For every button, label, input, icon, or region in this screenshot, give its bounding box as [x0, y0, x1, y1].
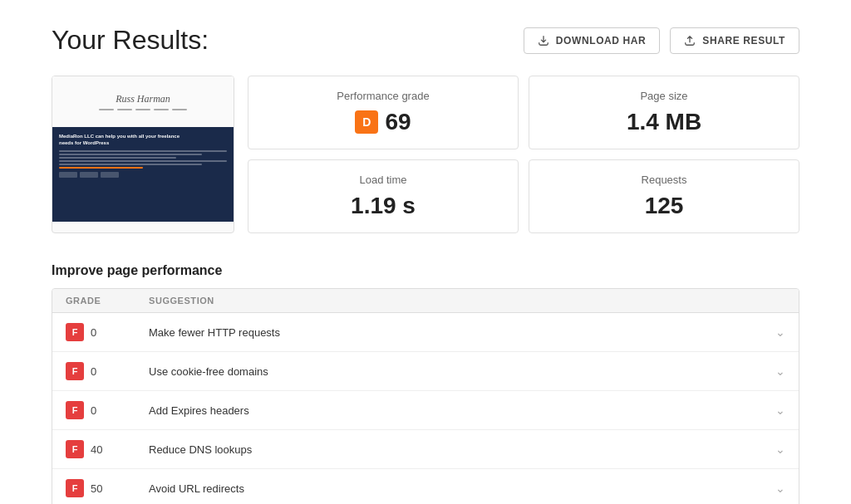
performance-grade-value: D 69 — [355, 109, 411, 135]
performance-grade-card: Performance grade D 69 — [248, 76, 519, 149]
col-expand-header — [752, 296, 785, 306]
grade-badge-d: D — [355, 110, 378, 134]
mock-nav-item — [154, 109, 169, 110]
row-suggestion: Use cookie-free domains — [149, 365, 752, 378]
mock-logo: Russ Harman — [116, 93, 170, 105]
results-grid: Russ Harman MediaRon LLC can help you wi… — [52, 76, 799, 233]
mock-btn — [101, 172, 119, 178]
row-suggestion: Make fewer HTTP requests — [149, 326, 752, 339]
row-grade-cell: F 50 — [66, 479, 149, 497]
mock-text-line — [59, 157, 176, 159]
table-row[interactable]: F 50 Avoid URL redirects ⌄ — [52, 469, 799, 504]
col-suggestion-header: SUGGESTION — [149, 296, 752, 306]
row-grade-badge: F — [66, 362, 84, 380]
row-suggestion: Reduce DNS lookups — [149, 443, 752, 456]
screenshot-preview: Russ Harman MediaRon LLC can help you wi… — [52, 76, 234, 222]
page-wrapper: Your Results: DOWNLOAD HAR SHARE RESULT — [18, 0, 833, 504]
page-size-label: Page size — [640, 90, 687, 102]
header-row: Your Results: DOWNLOAD HAR SHARE RESULT — [52, 25, 799, 56]
mock-text-line — [59, 160, 227, 162]
performance-grade-label: Performance grade — [337, 90, 429, 102]
mock-nav-item — [172, 109, 187, 110]
improve-section: Improve page performance GRADE SUGGESTIO… — [52, 263, 799, 504]
table-row[interactable]: F 0 Use cookie-free domains ⌄ — [52, 352, 799, 391]
download-har-button[interactable]: DOWNLOAD HAR — [524, 27, 661, 54]
mock-btn — [80, 172, 98, 178]
mock-body: MediaRon LLC can help you with all your … — [52, 127, 234, 222]
requests-value: 125 — [645, 193, 684, 219]
mock-nav-item — [135, 109, 150, 110]
mock-header: Russ Harman — [52, 76, 234, 127]
row-score: 50 — [91, 482, 102, 495]
screenshot-mock: Russ Harman MediaRon LLC can help you wi… — [52, 76, 234, 222]
row-grade-badge: F — [66, 440, 84, 458]
chevron-down-icon[interactable]: ⌄ — [752, 443, 785, 456]
table-header: GRADE SUGGESTION — [52, 289, 799, 313]
table-row[interactable]: F 0 Add Expires headers ⌄ — [52, 391, 799, 430]
mock-nav-item — [117, 109, 132, 110]
row-score: 0 — [91, 404, 96, 417]
row-grade-cell: F 40 — [66, 440, 149, 458]
chevron-down-icon[interactable]: ⌄ — [752, 404, 785, 417]
download-icon — [538, 35, 549, 46]
row-score: 0 — [91, 326, 96, 339]
table-rows-container: F 0 Make fewer HTTP requests ⌄ F 0 Use c… — [52, 313, 799, 504]
table-row[interactable]: F 0 Make fewer HTTP requests ⌄ — [52, 313, 799, 352]
header-buttons: DOWNLOAD HAR SHARE RESULT — [524, 27, 799, 54]
mock-buttons — [59, 172, 227, 178]
chevron-down-icon[interactable]: ⌄ — [752, 482, 785, 495]
mock-text-line — [59, 164, 202, 165]
load-time-label: Load time — [359, 174, 406, 186]
mock-nav — [99, 109, 187, 110]
row-grade-cell: F 0 — [66, 323, 149, 341]
row-score: 40 — [91, 443, 102, 456]
load-time-value: 1.19 s — [351, 193, 416, 219]
requests-card: Requests 125 — [529, 159, 799, 233]
row-suggestion: Add Expires headers — [149, 404, 752, 417]
row-suggestion: Avoid URL redirects — [149, 482, 752, 495]
row-grade-badge: F — [66, 479, 84, 497]
load-time-card: Load time 1.19 s — [248, 159, 519, 233]
requests-label: Requests — [642, 174, 687, 186]
col-grade-header: GRADE — [66, 296, 149, 306]
suggestions-table: GRADE SUGGESTION F 0 Make fewer HTTP req… — [52, 288, 799, 504]
table-row[interactable]: F 40 Reduce DNS lookups ⌄ — [52, 430, 799, 469]
improve-heading: Improve page performance — [52, 263, 799, 278]
page-size-card: Page size 1.4 MB — [529, 76, 799, 149]
mock-nav-item — [99, 109, 114, 110]
row-grade-badge: F — [66, 323, 84, 341]
metrics-grid: Performance grade D 69 Page size 1.4 MB … — [248, 76, 799, 233]
row-grade-badge: F — [66, 401, 84, 419]
share-icon — [684, 35, 696, 46]
chevron-down-icon[interactable]: ⌄ — [752, 365, 785, 378]
chevron-down-icon[interactable]: ⌄ — [752, 325, 785, 339]
screenshot-panel: Russ Harman MediaRon LLC can help you wi… — [52, 76, 234, 233]
row-grade-cell: F 0 — [66, 362, 149, 380]
mock-text-line — [59, 150, 227, 152]
page-title: Your Results: — [52, 25, 209, 56]
share-result-button[interactable]: SHARE RESULT — [670, 27, 799, 54]
row-grade-cell: F 0 — [66, 401, 149, 419]
page-size-value: 1.4 MB — [627, 109, 701, 135]
row-score: 0 — [91, 365, 96, 378]
mock-btn — [59, 172, 77, 178]
mock-link — [59, 167, 143, 169]
mock-text-line — [59, 154, 202, 155]
mock-body-heading: MediaRon LLC can help you with all your … — [59, 134, 227, 147]
